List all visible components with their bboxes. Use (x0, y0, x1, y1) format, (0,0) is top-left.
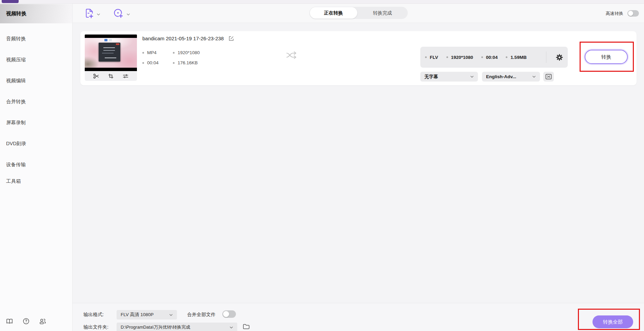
thumbnail-toolbar (85, 71, 137, 81)
task-list-area: bandicam 2021-05-19 17-26-23-238 MP4 192… (73, 23, 644, 303)
add-buttons-group (85, 4, 134, 23)
output-folder-value: D:\ProgramData\万兴优转\转换完成 (121, 324, 190, 330)
fast-convert-label: 高速转换 (606, 10, 623, 17)
output-resolution: 1920*1080 (446, 55, 473, 60)
sidebar-item-merge-convert[interactable]: 合并转换 (0, 96, 72, 107)
sidebar-item-device-transfer[interactable]: 设备传输 (0, 159, 72, 170)
merge-all-label: 合并全部文件 (187, 312, 216, 318)
source-details: MP4 1920*1080 00:04 176.16KB (142, 50, 200, 65)
app-logo (2, 0, 19, 3)
audio-track-select[interactable]: English-Adv... (482, 72, 540, 82)
source-resolution: 1920*1080 (173, 50, 200, 55)
thumbnail-window-art (99, 43, 120, 62)
add-file-chevron-icon[interactable] (97, 13, 100, 16)
sidebar-bottom-icons (6, 318, 46, 325)
scissors-icon[interactable] (93, 73, 99, 79)
output-folder-label: 输出文件夹: (83, 324, 108, 330)
titlebar-strip (0, 0, 644, 4)
chevron-down-icon (532, 75, 536, 78)
source-size: 176.16KB (173, 60, 200, 65)
shuffle-icon (286, 51, 298, 60)
crop-icon[interactable] (108, 73, 114, 79)
add-disc-icon[interactable] (113, 8, 124, 19)
settings-gear-icon[interactable] (556, 54, 563, 61)
add-disc-chevron-icon[interactable] (126, 13, 130, 16)
source-duration: 00:04 (142, 60, 173, 65)
output-format-label: 输出格式: (83, 312, 104, 318)
output-format: FLV (425, 55, 438, 60)
output-format-select[interactable]: FLV 高清 1080P (117, 310, 177, 319)
chevron-down-icon (169, 314, 173, 316)
video-thumbnail (85, 35, 137, 71)
output-folder-select[interactable]: D:\ProgramData\万兴优转\转换完成 (117, 323, 237, 331)
edit-icon[interactable] (228, 36, 234, 41)
merge-all-toggle[interactable] (222, 310, 236, 318)
output-format-value: FLV 高清 1080P (121, 312, 154, 318)
add-file-icon[interactable] (85, 8, 94, 19)
subtitle-compress-icon[interactable] (543, 72, 554, 82)
sidebar-item-toolbox[interactable]: 工具箱 (0, 175, 72, 187)
sidebar-item-video-compress[interactable]: 视频压缩 (0, 54, 72, 65)
sidebar: 视频转换 音频转换 视频压缩 视频编辑 合并转换 屏幕录制 DVD刻录 设备传输… (0, 4, 73, 331)
output-summary: FLV 1920*1080 00:04 1.59MB (420, 47, 568, 68)
source-format: MP4 (142, 50, 173, 55)
tab-converting[interactable]: 正在转换 (310, 7, 357, 19)
subtitle-select-value: 无字幕 (424, 74, 438, 80)
output-duration: 00:04 (481, 55, 498, 60)
uniconverter-window: 视频转换 音频转换 视频压缩 视频编辑 合并转换 屏幕录制 DVD刻录 设备传输… (0, 0, 644, 331)
chevron-down-icon (470, 75, 474, 78)
fast-convert-toggle[interactable] (627, 10, 639, 17)
sidebar-item-video-convert[interactable]: 视频转换 (0, 4, 72, 23)
file-title-row: bandicam 2021-05-19 17-26-23-238 (142, 35, 234, 41)
convert-status-tabs: 正在转换 转换完成 (309, 7, 408, 19)
sidebar-item-screen-record[interactable]: 屏幕录制 (0, 117, 72, 128)
divider (546, 51, 546, 63)
bottom-bar: 输出格式: FLV 高清 1080P 合并全部文件 输出文件夹: D:\Prog… (73, 303, 644, 331)
help-icon[interactable] (23, 318, 29, 325)
fast-convert-group: 高速转换 (606, 4, 639, 23)
sidebar-item-video-edit[interactable]: 视频编辑 (0, 75, 72, 86)
convert-button[interactable]: 转换 (585, 50, 628, 64)
sidebar-item-dvd-burn[interactable]: DVD刻录 (0, 138, 72, 149)
toggle-knob (223, 311, 229, 317)
convert-all-button[interactable]: 转换全部 (592, 315, 633, 328)
output-size: 1.59MB (506, 55, 526, 60)
chevron-down-icon (229, 326, 233, 329)
audio-track-value: English-Adv... (486, 74, 516, 79)
community-icon[interactable] (39, 318, 46, 325)
toggle-knob (628, 11, 633, 16)
sidebar-item-audio-convert[interactable]: 音频转换 (0, 33, 72, 44)
file-title: bandicam 2021-05-19 17-26-23-238 (142, 36, 224, 41)
tab-converted[interactable]: 转换完成 (357, 7, 408, 19)
adjust-sliders-icon[interactable] (122, 73, 128, 79)
folder-icon[interactable] (243, 324, 250, 330)
task-row: bandicam 2021-05-19 17-26-23-238 MP4 192… (80, 31, 637, 85)
subtitle-select[interactable]: 无字幕 (420, 72, 478, 82)
top-toolbar: 正在转换 转换完成 高速转换 (73, 4, 644, 23)
book-icon[interactable] (6, 318, 13, 325)
